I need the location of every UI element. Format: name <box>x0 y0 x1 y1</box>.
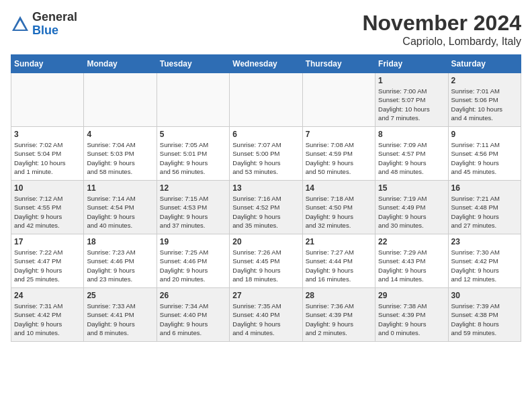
calendar-cell: 5Sunrise: 7:05 AM Sunset: 5:01 PM Daylig… <box>157 127 229 181</box>
calendar-cell: 16Sunrise: 7:21 AM Sunset: 4:48 PM Dayli… <box>448 181 521 234</box>
calendar-cell: 1Sunrise: 7:00 AM Sunset: 5:07 PM Daylig… <box>375 73 448 127</box>
calendar-week-row: 3Sunrise: 7:02 AM Sunset: 5:04 PM Daylig… <box>11 127 521 181</box>
calendar-table: SundayMondayTuesdayWednesdayThursdayFrid… <box>11 54 521 342</box>
day-number: 30 <box>451 291 518 300</box>
day-info: Sunrise: 7:00 AM Sunset: 5:07 PM Dayligh… <box>378 87 445 122</box>
calendar-cell: 20Sunrise: 7:26 AM Sunset: 4:45 PM Dayli… <box>230 234 302 288</box>
day-number: 29 <box>378 291 445 300</box>
day-info: Sunrise: 7:05 AM Sunset: 5:01 PM Dayligh… <box>160 140 226 176</box>
calendar-cell: 4Sunrise: 7:04 AM Sunset: 5:03 PM Daylig… <box>84 127 157 181</box>
calendar-cell: 18Sunrise: 7:23 AM Sunset: 4:46 PM Dayli… <box>84 234 157 288</box>
calendar-cell: 26Sunrise: 7:34 AM Sunset: 4:40 PM Dayli… <box>157 288 229 342</box>
weekday-header: Sunday <box>11 55 84 73</box>
day-info: Sunrise: 7:07 AM Sunset: 5:00 PM Dayligh… <box>232 140 299 176</box>
calendar-cell: 23Sunrise: 7:30 AM Sunset: 4:42 PM Dayli… <box>448 234 521 288</box>
day-number: 27 <box>232 291 299 300</box>
day-number: 28 <box>306 291 372 300</box>
day-info: Sunrise: 7:02 AM Sunset: 5:04 PM Dayligh… <box>14 140 81 176</box>
day-number: 20 <box>232 237 299 246</box>
day-info: Sunrise: 7:25 AM Sunset: 4:46 PM Dayligh… <box>160 248 226 283</box>
calendar-cell: 6Sunrise: 7:07 AM Sunset: 5:00 PM Daylig… <box>230 127 302 181</box>
calendar-cell: 15Sunrise: 7:19 AM Sunset: 4:49 PM Dayli… <box>375 181 448 234</box>
day-number: 1 <box>378 76 445 85</box>
day-info: Sunrise: 7:15 AM Sunset: 4:53 PM Dayligh… <box>160 194 226 230</box>
calendar-cell: 24Sunrise: 7:31 AM Sunset: 4:42 PM Dayli… <box>11 288 84 342</box>
calendar-cell: 21Sunrise: 7:27 AM Sunset: 4:44 PM Dayli… <box>302 234 375 288</box>
day-number: 9 <box>451 130 518 139</box>
logo-general-text: General <box>32 11 77 24</box>
day-info: Sunrise: 7:35 AM Sunset: 4:40 PM Dayligh… <box>232 302 299 337</box>
day-info: Sunrise: 7:33 AM Sunset: 4:41 PM Dayligh… <box>87 302 153 337</box>
calendar-cell: 17Sunrise: 7:22 AM Sunset: 4:47 PM Dayli… <box>11 234 84 288</box>
day-number: 19 <box>160 237 226 246</box>
day-info: Sunrise: 7:31 AM Sunset: 4:42 PM Dayligh… <box>14 302 81 337</box>
day-number: 7 <box>306 130 372 139</box>
weekday-header: Thursday <box>302 55 375 73</box>
calendar-cell: 7Sunrise: 7:08 AM Sunset: 4:59 PM Daylig… <box>302 127 375 181</box>
calendar-week-row: 17Sunrise: 7:22 AM Sunset: 4:47 PM Dayli… <box>11 234 521 288</box>
title-block: November 2024 Capriolo, Lombardy, Italy <box>362 11 521 48</box>
weekday-header: Wednesday <box>230 55 302 73</box>
day-number: 3 <box>14 130 81 139</box>
day-info: Sunrise: 7:30 AM Sunset: 4:42 PM Dayligh… <box>451 248 518 283</box>
calendar-cell: 22Sunrise: 7:29 AM Sunset: 4:43 PM Dayli… <box>375 234 448 288</box>
calendar-cell: 8Sunrise: 7:09 AM Sunset: 4:57 PM Daylig… <box>375 127 448 181</box>
location: Capriolo, Lombardy, Italy <box>362 36 521 48</box>
day-info: Sunrise: 7:29 AM Sunset: 4:43 PM Dayligh… <box>378 248 445 283</box>
calendar-cell: 30Sunrise: 7:39 AM Sunset: 4:38 PM Dayli… <box>448 288 521 342</box>
day-number: 4 <box>87 130 153 139</box>
logo-blue-text: Blue <box>32 24 77 38</box>
day-info: Sunrise: 7:12 AM Sunset: 4:55 PM Dayligh… <box>14 194 81 230</box>
day-info: Sunrise: 7:04 AM Sunset: 5:03 PM Dayligh… <box>87 140 153 176</box>
day-number: 15 <box>378 183 445 193</box>
day-number: 23 <box>451 237 518 246</box>
day-number: 13 <box>232 183 299 193</box>
weekday-header: Monday <box>84 55 157 73</box>
day-info: Sunrise: 7:27 AM Sunset: 4:44 PM Dayligh… <box>306 248 372 283</box>
calendar-cell <box>11 73 84 127</box>
calendar-cell: 2Sunrise: 7:01 AM Sunset: 5:06 PM Daylig… <box>448 73 521 127</box>
page-header: General Blue November 2024 Capriolo, Lom… <box>11 11 521 48</box>
day-number: 18 <box>87 237 153 246</box>
logo-text: General Blue <box>32 11 77 38</box>
day-number: 16 <box>451 183 518 193</box>
day-info: Sunrise: 7:26 AM Sunset: 4:45 PM Dayligh… <box>232 248 299 283</box>
day-info: Sunrise: 7:18 AM Sunset: 4:50 PM Dayligh… <box>306 194 372 230</box>
weekday-header: Tuesday <box>157 55 229 73</box>
day-number: 5 <box>160 130 226 139</box>
weekday-header: Friday <box>375 55 448 73</box>
day-info: Sunrise: 7:22 AM Sunset: 4:47 PM Dayligh… <box>14 248 81 283</box>
calendar-cell: 19Sunrise: 7:25 AM Sunset: 4:46 PM Dayli… <box>157 234 229 288</box>
day-info: Sunrise: 7:19 AM Sunset: 4:49 PM Dayligh… <box>378 194 445 230</box>
day-number: 6 <box>232 130 299 139</box>
calendar-cell: 11Sunrise: 7:14 AM Sunset: 4:54 PM Dayli… <box>84 181 157 234</box>
day-info: Sunrise: 7:16 AM Sunset: 4:52 PM Dayligh… <box>232 194 299 230</box>
day-info: Sunrise: 7:23 AM Sunset: 4:46 PM Dayligh… <box>87 248 153 283</box>
calendar-cell: 29Sunrise: 7:38 AM Sunset: 4:39 PM Dayli… <box>375 288 448 342</box>
calendar-cell <box>157 73 229 127</box>
day-number: 24 <box>14 291 81 300</box>
day-number: 26 <box>160 291 226 300</box>
calendar-cell: 25Sunrise: 7:33 AM Sunset: 4:41 PM Dayli… <box>84 288 157 342</box>
calendar-cell: 9Sunrise: 7:11 AM Sunset: 4:56 PM Daylig… <box>448 127 521 181</box>
calendar-cell: 13Sunrise: 7:16 AM Sunset: 4:52 PM Dayli… <box>230 181 302 234</box>
day-info: Sunrise: 7:11 AM Sunset: 4:56 PM Dayligh… <box>451 140 518 176</box>
day-info: Sunrise: 7:08 AM Sunset: 4:59 PM Dayligh… <box>306 140 372 176</box>
day-number: 2 <box>451 76 518 85</box>
day-number: 14 <box>306 183 372 193</box>
day-number: 25 <box>87 291 153 300</box>
calendar-cell: 14Sunrise: 7:18 AM Sunset: 4:50 PM Dayli… <box>302 181 375 234</box>
calendar-week-row: 10Sunrise: 7:12 AM Sunset: 4:55 PM Dayli… <box>11 181 521 234</box>
logo: General Blue <box>11 11 77 38</box>
day-info: Sunrise: 7:14 AM Sunset: 4:54 PM Dayligh… <box>87 194 153 230</box>
day-number: 10 <box>14 183 81 193</box>
day-info: Sunrise: 7:38 AM Sunset: 4:39 PM Dayligh… <box>378 302 445 337</box>
calendar-cell: 12Sunrise: 7:15 AM Sunset: 4:53 PM Dayli… <box>157 181 229 234</box>
day-number: 11 <box>87 183 153 193</box>
day-number: 22 <box>378 237 445 246</box>
logo-icon <box>11 15 30 34</box>
calendar-cell: 27Sunrise: 7:35 AM Sunset: 4:40 PM Dayli… <box>230 288 302 342</box>
month-title: November 2024 <box>362 11 521 36</box>
day-info: Sunrise: 7:36 AM Sunset: 4:39 PM Dayligh… <box>306 302 372 337</box>
day-info: Sunrise: 7:01 AM Sunset: 5:06 PM Dayligh… <box>451 87 518 122</box>
